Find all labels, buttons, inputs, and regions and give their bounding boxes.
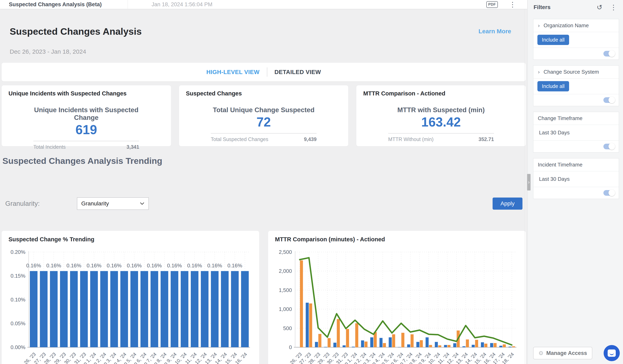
mttr-without-suspected-bar[interactable] — [411, 334, 414, 347]
include-all-button[interactable]: Include all — [537, 35, 569, 45]
mttr-without-suspected-bar[interactable] — [512, 346, 515, 347]
mttr-with-suspected-bar[interactable] — [343, 345, 346, 347]
suspected-change-bar[interactable] — [191, 271, 199, 347]
mttr-with-suspected-bar[interactable] — [379, 338, 382, 347]
filters-header: Filters ↺ ⋮ — [528, 0, 623, 15]
suspected-change-bar[interactable] — [201, 271, 209, 347]
filter-toggle-switch[interactable] — [603, 190, 615, 196]
mttr-with-suspected-bar[interactable] — [407, 344, 410, 347]
mttr-without-suspected-bar[interactable] — [309, 303, 312, 347]
mttr-with-suspected-bar[interactable] — [463, 346, 466, 347]
suspected-change-bar[interactable] — [181, 271, 188, 347]
include-all-button[interactable]: Include all — [537, 81, 569, 91]
mttr-with-suspected-bar[interactable] — [416, 342, 419, 347]
suspected-change-bar[interactable] — [30, 271, 38, 347]
mttr-with-suspected-bar[interactable] — [389, 337, 392, 347]
mttr-with-suspected-bar[interactable] — [315, 342, 318, 347]
mttr-with-suspected-bar[interactable] — [352, 347, 355, 347]
mttr-with-suspected-bar[interactable] — [481, 342, 484, 347]
mttr-with-suspected-bar[interactable] — [444, 345, 447, 347]
filters-kebab-icon[interactable]: ⋮ — [610, 4, 617, 11]
mttr-with-suspected-bar[interactable] — [398, 347, 401, 347]
mttr-without-suspected-bar[interactable] — [355, 323, 358, 347]
mttr-with-suspected-bar[interactable] — [333, 343, 336, 347]
mttr-without-suspected-bar[interactable] — [484, 344, 487, 347]
mttr-without-suspected-bar[interactable] — [503, 344, 506, 347]
mttr-with-suspected-bar[interactable] — [453, 343, 456, 347]
learn-more-link[interactable]: Learn More — [478, 28, 511, 55]
mttr-without-suspected-bar[interactable] — [337, 319, 340, 347]
granularity-select[interactable]: Granularity — [77, 197, 149, 210]
mttr-with-suspected-bar[interactable] — [370, 337, 373, 347]
mttr-without-suspected-bar[interactable] — [346, 329, 349, 347]
kpi-footer-value: 9,439 — [304, 136, 316, 142]
mttr-without-suspected-bar[interactable] — [300, 260, 303, 347]
suspected-change-bar[interactable] — [100, 271, 108, 347]
suspected-change-bar[interactable] — [110, 271, 118, 347]
apply-button[interactable]: Apply — [492, 197, 522, 210]
mttr-with-suspected-bar[interactable] — [490, 343, 493, 347]
filter-toggle-switch[interactable] — [603, 51, 615, 57]
y-tick-label: 2,000 — [279, 268, 292, 274]
collapse-filters-handle[interactable]: › — [527, 174, 531, 191]
filter-group-header[interactable]: Change Timeframe — [533, 112, 619, 125]
filter-group-label: Incident Timeframe — [538, 162, 582, 168]
mttr-with-suspected-bar[interactable] — [499, 346, 502, 347]
mttr-with-suspected-bar[interactable] — [435, 342, 438, 347]
chat-launcher-button[interactable] — [604, 345, 620, 361]
suspected-change-bar[interactable] — [171, 271, 178, 347]
suspected-change-bar[interactable] — [140, 271, 148, 347]
filter-group-header[interactable]: Incident Timeframe — [533, 158, 619, 171]
kpi-metric-label: MTTR with Suspected (min) — [388, 106, 494, 114]
kpi-footer-value: 352.71 — [478, 136, 494, 142]
suspected-change-bar[interactable] — [40, 271, 48, 347]
mttr-with-suspected-bar[interactable] — [425, 337, 429, 347]
mttr-without-suspected-bar[interactable] — [475, 340, 478, 347]
filter-toggle-switch[interactable] — [603, 97, 615, 103]
suspected-change-bar[interactable] — [131, 271, 138, 347]
mttr-without-suspected-bar[interactable] — [401, 333, 404, 347]
mttr-without-suspected-bar[interactable] — [420, 340, 423, 347]
tab-detailed-view[interactable]: DETAILED VIEW — [275, 69, 321, 75]
mttr-without-suspected-bar[interactable] — [364, 342, 367, 347]
suspected-change-bar[interactable] — [90, 271, 98, 347]
suspected-change-bar[interactable] — [80, 271, 88, 347]
filter-group-header[interactable]: › Organization Name — [533, 19, 619, 32]
filter-group-header[interactable]: › Change Source System — [533, 65, 619, 79]
suspected-change-bar[interactable] — [221, 271, 228, 347]
export-pdf-icon[interactable]: PDF — [486, 1, 498, 8]
tab-high-level-view[interactable]: HIGH-LEVEL VIEW — [206, 69, 259, 75]
mttr-without-suspected-bar[interactable] — [383, 343, 386, 347]
mttr-without-suspected-bar[interactable] — [466, 339, 469, 347]
mttr-with-suspected-bar[interactable] — [509, 347, 512, 347]
filter-toggle-switch[interactable] — [603, 144, 615, 149]
mttr-with-suspected-bar[interactable] — [324, 347, 327, 347]
mttr-without-suspected-bar[interactable] — [494, 343, 497, 347]
suspected-change-bar[interactable] — [120, 271, 128, 347]
mttr-with-suspected-bar[interactable] — [472, 345, 475, 347]
mttr-with-suspected-bar[interactable] — [306, 303, 309, 347]
mttr-with-suspected-bar[interactable] — [361, 340, 364, 347]
suspected-change-bar[interactable] — [231, 271, 239, 347]
mttr-without-suspected-bar[interactable] — [438, 345, 441, 347]
mttr-without-suspected-bar[interactable] — [429, 345, 432, 347]
suspected-change-bar[interactable] — [50, 271, 58, 347]
chevron-down-icon — [140, 202, 144, 205]
filter-group-label: Change Source System — [543, 69, 599, 75]
mttr-without-suspected-bar[interactable] — [328, 338, 331, 347]
granularity-row: Granularity: Granularity Apply — [5, 197, 522, 210]
suspected-change-bar[interactable] — [151, 271, 158, 347]
suspected-change-bar[interactable] — [241, 271, 249, 347]
mttr-without-suspected-bar[interactable] — [318, 334, 321, 347]
reset-filters-icon[interactable]: ↺ — [597, 4, 603, 11]
mttr-without-suspected-bar[interactable] — [392, 334, 395, 347]
suspected-change-bar[interactable] — [60, 271, 68, 347]
suspected-change-bar[interactable] — [211, 271, 219, 347]
topbar-kebab-icon[interactable]: ⋮ — [509, 1, 516, 8]
manage-access-button[interactable]: ⚙ Manage Access — [533, 347, 592, 359]
page-title: Suspected Changes Analysis — [10, 26, 142, 37]
suspected-change-bar[interactable] — [161, 271, 168, 347]
suspected-change-bar[interactable] — [70, 271, 78, 347]
mttr-trend-line[interactable] — [300, 258, 512, 345]
mttr-without-suspected-bar[interactable] — [447, 345, 450, 347]
